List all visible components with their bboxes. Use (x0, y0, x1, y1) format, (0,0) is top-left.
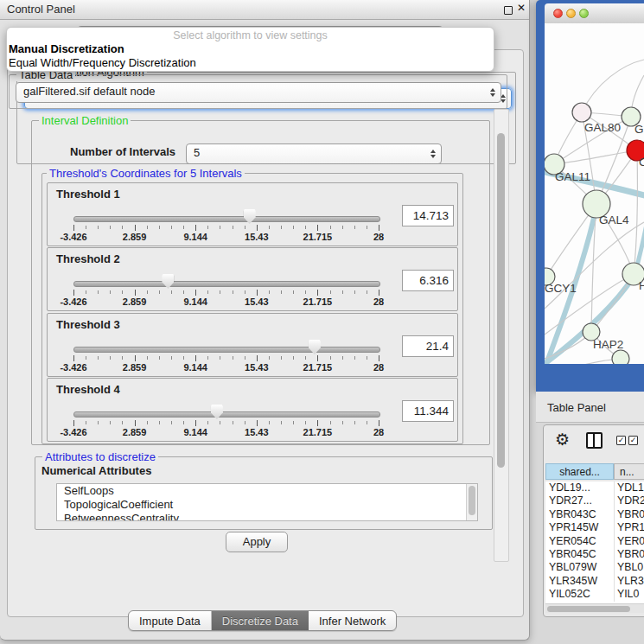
network-window-titlebar[interactable] (545, 3, 644, 24)
numerical-attributes-list[interactable]: SelfLoops TopologicalCoefficient Between… (56, 483, 478, 521)
major-tick (73, 355, 74, 361)
tab-impute-data[interactable]: Impute Data (129, 611, 212, 630)
attributes-list-scrollbar[interactable] (466, 484, 477, 520)
cell[interactable]: YPR1 (614, 521, 644, 534)
major-tick (195, 290, 196, 296)
column-layout-icon[interactable] (586, 432, 603, 449)
major-tick (317, 420, 318, 426)
major-tick (257, 290, 258, 296)
cell[interactable]: YBR0 (614, 548, 644, 561)
cell[interactable]: YDL19... (545, 481, 614, 494)
edge[interactable] (545, 359, 621, 364)
tick-label: 2.859 (123, 296, 147, 307)
table-data-select[interactable]: galFiltered.sif default node (16, 82, 501, 103)
cell[interactable]: YDR2 (614, 494, 644, 507)
threshold-3-slider[interactable]: -3.426 2.859 9.144 15.43 21.715 28 (73, 340, 379, 374)
cell[interactable]: YBR043C (545, 508, 614, 521)
number-of-intervals-select[interactable]: 5 (186, 143, 442, 164)
table-row[interactable]: YDR27...YDR2 (545, 494, 644, 507)
panel-scrollbar[interactable] (494, 109, 509, 562)
node-label-partial-g: G (634, 123, 644, 136)
major-tick (135, 420, 136, 426)
tab-infer-network[interactable]: Infer Network (309, 611, 396, 630)
tab-infer-network-label: Infer Network (319, 615, 386, 628)
table-row[interactable]: YPR145WYPR1 (545, 521, 644, 534)
table-horizontal-scrollbar-thumb[interactable] (547, 606, 630, 612)
threshold-4-slider[interactable]: -3.426 2.859 9.144 15.43 21.715 28 (73, 405, 379, 439)
table-row[interactable]: YLR345WYLR3 (545, 575, 644, 588)
tick-label: 28 (373, 362, 384, 373)
node-gal80[interactable] (572, 103, 591, 122)
apply-button[interactable]: Apply (226, 532, 288, 552)
control-panel-titlebar[interactable]: Control Panel ✕ (0, 0, 529, 20)
threshold-4-track[interactable] (73, 411, 380, 418)
list-item[interactable]: BetweennessCentrality (57, 512, 477, 521)
checkbox-icon[interactable]: ✓ (616, 436, 626, 445)
minimize-traffic-light[interactable] (566, 9, 576, 18)
threshold-3-panel: Threshold 3 -3.426 2.859 9.144 15.43 21.… (47, 313, 458, 377)
checkbox-icon[interactable]: ✓ (628, 436, 638, 445)
attributes-list-scrollbar-thumb[interactable] (469, 486, 475, 515)
cell[interactable]: YDR27... (545, 494, 614, 507)
column-header-shared[interactable]: shared... (545, 463, 614, 480)
edge[interactable] (582, 60, 644, 112)
table-horizontal-scrollbar[interactable] (545, 603, 644, 613)
panel-scrollbar-thumb[interactable] (497, 133, 505, 468)
numerical-attributes-label: Numerical Attributes (41, 464, 151, 477)
cell[interactable]: YER054C (545, 535, 614, 548)
float-window-icon[interactable] (504, 6, 513, 15)
table-row[interactable]: YER054CYER0 (545, 535, 644, 548)
cell[interactable]: YPR145W (545, 521, 614, 534)
threshold-1-track[interactable] (73, 216, 380, 222)
cell[interactable]: YLR3 (614, 575, 644, 588)
threshold-1-slider[interactable]: -3.426 2.859 9.144 15.43 21.715 28 (73, 209, 379, 244)
close-traffic-light[interactable] (553, 9, 563, 18)
threshold-3-label: Threshold 3 (56, 318, 120, 331)
cell[interactable]: YBL0 (614, 561, 643, 574)
major-tick (379, 355, 379, 361)
table-row[interactable]: YBR043CYBR0 (545, 508, 644, 521)
algorithm-option-equal-width[interactable]: Equal Width/Frequency Discretization (7, 56, 494, 70)
edge[interactable] (554, 150, 637, 164)
column-header-name[interactable]: n... (614, 463, 644, 480)
list-item[interactable]: TopologicalCoefficient (57, 498, 477, 512)
table-row[interactable]: YDL19...YDL1 (545, 481, 644, 494)
threshold-4-value-field[interactable]: 11.344 (402, 400, 454, 422)
threshold-2-value-field[interactable]: 6.316 (402, 270, 454, 291)
list-item[interactable]: SelfLoops (57, 484, 477, 498)
table-row[interactable]: YIL052CYIL0 (545, 588, 644, 601)
major-tick (379, 290, 379, 296)
major-tick (195, 225, 196, 231)
threshold-2-slider[interactable]: -3.426 2.859 9.144 15.43 21.715 28 (73, 274, 379, 309)
edge[interactable] (634, 150, 638, 274)
table-row[interactable]: YBL079WYBL0 (545, 561, 644, 574)
network-canvas[interactable]: GAL80 G C GAL11 GAL4 GCY1 H HAP2 (545, 23, 644, 364)
threshold-3-value-field[interactable]: 21.4 (402, 335, 454, 357)
tab-discretize-data[interactable]: Discretize Data (212, 611, 309, 630)
cell[interactable]: YIL0 (614, 588, 639, 601)
zoom-traffic-light[interactable] (579, 9, 589, 18)
algorithm-option-manual[interactable]: Manual Discretization (7, 42, 494, 56)
threshold-2-ticks (73, 290, 379, 294)
major-tick (257, 420, 258, 426)
node-label-hap2: HAP2 (593, 338, 623, 351)
threshold-3-track[interactable] (73, 347, 380, 353)
table-row[interactable]: YBR045CYBR0 (545, 548, 644, 561)
cell[interactable]: YLR345W (545, 575, 614, 588)
node-bottom[interactable] (612, 350, 629, 364)
cell[interactable]: YER0 (614, 535, 644, 548)
close-icon[interactable]: ✕ (517, 2, 526, 14)
cell[interactable]: YIL052C (545, 588, 614, 601)
gear-icon[interactable]: ⚙ (555, 430, 570, 450)
interval-definition-group-title: Interval Definition (39, 114, 131, 127)
table-rows[interactable]: YDL19...YDL1 YDR27...YDR2 YBR043CYBR0 YP… (545, 481, 644, 603)
cell[interactable]: YBL079W (545, 561, 614, 574)
number-of-intervals-stepper (427, 144, 439, 163)
cell[interactable]: YBR0 (614, 508, 644, 521)
threshold-1-value-field[interactable]: 14.713 (402, 205, 454, 226)
attributes-group-title: Attributes to discretize (42, 450, 158, 463)
threshold-2-track[interactable] (73, 281, 380, 287)
cell[interactable]: YBR045C (545, 548, 614, 561)
tick-label: 21.715 (303, 427, 333, 437)
cell[interactable]: YDL1 (614, 481, 644, 494)
